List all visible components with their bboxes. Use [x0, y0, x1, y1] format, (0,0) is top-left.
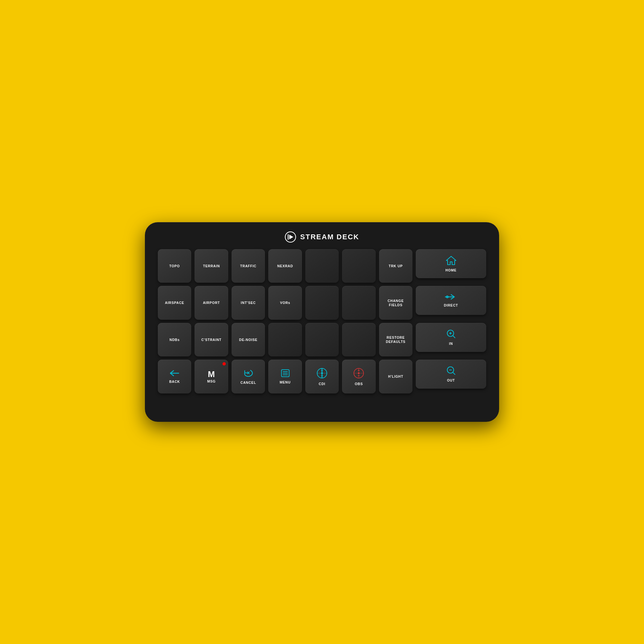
hlight-button[interactable]: H'LIGHT	[379, 360, 412, 393]
empty-button-4	[342, 286, 375, 319]
cdi-icon	[316, 367, 328, 381]
zoom-out-button[interactable]: OUT	[416, 360, 486, 389]
home-button[interactable]: HOME	[416, 249, 486, 278]
empty-button-1	[305, 249, 339, 283]
vors-button[interactable]: VORs	[268, 286, 302, 319]
svg-point-20	[321, 372, 323, 374]
svg-line-8	[453, 336, 455, 338]
traffic-button[interactable]: TRAFFIC	[232, 249, 265, 283]
stream-deck-logo-icon	[285, 231, 296, 243]
obs-icon	[353, 367, 365, 381]
terrain-button[interactable]: TERRAIN	[194, 249, 228, 283]
topo-button[interactable]: TOPO	[158, 249, 191, 283]
empty-button-2	[342, 249, 375, 283]
nexrad-button[interactable]: NEXRAD	[268, 249, 302, 283]
zoom-in-icon	[446, 329, 456, 341]
cstraint-button[interactable]: C'STRAINT	[194, 323, 228, 356]
msg-button[interactable]: M MSG	[194, 360, 228, 393]
home-icon	[445, 255, 457, 267]
zoom-in-button[interactable]: IN	[416, 323, 486, 352]
empty-button-7	[342, 323, 375, 356]
device-header: STREAM DECK	[285, 231, 359, 243]
menu-icon	[281, 369, 290, 379]
trk-up-button[interactable]: TRK UP	[379, 249, 412, 283]
intsec-button[interactable]: INT'SEC	[232, 286, 265, 319]
direct-icon	[445, 293, 458, 302]
svg-line-32	[453, 373, 455, 374]
device-title: STREAM DECK	[300, 233, 359, 241]
stream-deck-device: STREAM DECK TOPO TERRAIN TRAFFIC NEXRAD …	[145, 222, 499, 422]
airport-button[interactable]: AIRPORT	[194, 286, 228, 319]
msg-letter-icon: M	[208, 370, 215, 378]
svg-point-28	[358, 372, 360, 374]
ndbs-button[interactable]: NDBs	[158, 323, 191, 356]
direct-button[interactable]: DIRECT	[416, 286, 486, 315]
cancel-button[interactable]: CANCEL	[232, 360, 265, 393]
menu-button[interactable]: MENU	[268, 360, 302, 393]
back-button[interactable]: BACK	[158, 360, 191, 393]
de-noise-button[interactable]: DE-NOISE	[232, 323, 265, 356]
restore-defaults-button[interactable]: RESTORE DEFAULTS	[379, 323, 412, 356]
svg-marker-1	[289, 235, 294, 239]
empty-button-5	[268, 323, 302, 356]
zoom-out-icon	[446, 366, 456, 377]
empty-button-3	[305, 286, 339, 319]
change-fields-button[interactable]: CHANGE FIELDS	[379, 286, 412, 319]
airspace-button[interactable]: AIRSPACE	[158, 286, 191, 319]
msg-notification-dot	[223, 362, 226, 365]
cancel-icon	[243, 369, 253, 380]
cdi-button[interactable]: CDI	[305, 360, 339, 393]
empty-button-6	[305, 323, 339, 356]
button-grid: TOPO TERRAIN TRAFFIC NEXRAD TRK UP HOME …	[158, 249, 486, 393]
back-arrow-icon	[170, 370, 179, 379]
obs-button[interactable]: OBS	[342, 360, 375, 393]
